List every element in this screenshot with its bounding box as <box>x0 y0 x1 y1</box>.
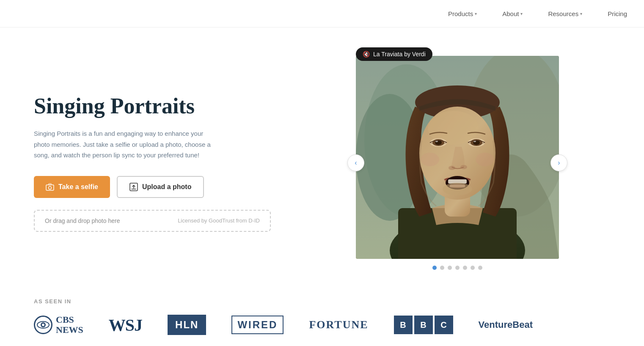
hero-section: Singing Portraits Singing Portraits is a… <box>0 27 644 290</box>
chevron-down-icon: ▾ <box>580 11 582 16</box>
hero-title: Singing Portraits <box>34 94 271 118</box>
hero-left-panel: Singing Portraits Singing Portraits is a… <box>34 94 271 232</box>
carousel-dot-2[interactable] <box>440 266 444 270</box>
svg-point-2 <box>49 186 52 189</box>
drag-drop-text: Or drag and drop photo here <box>45 217 120 224</box>
carousel-dot-6[interactable] <box>471 266 475 270</box>
carousel-dot-5[interactable] <box>463 266 467 270</box>
upload-photo-button[interactable]: Upload a photo <box>117 176 204 198</box>
hero-right-panel: 🔇 La Traviata by Verdi ‹ <box>305 56 610 270</box>
carousel-dot-7[interactable] <box>478 266 482 270</box>
camera-icon <box>46 183 54 191</box>
logo-wired: WIRED <box>231 316 283 334</box>
carousel-dot-3[interactable] <box>448 266 452 270</box>
svg-rect-32 <box>356 56 559 259</box>
cbs-eye-icon <box>34 316 52 334</box>
nav-products[interactable]: Products ▾ <box>448 10 477 17</box>
logo-bbc: B B C <box>394 316 453 334</box>
nav-items: Products ▾ About ▾ Resources ▾ Pricing <box>448 10 627 17</box>
mona-lisa-painting <box>356 56 559 259</box>
as-seen-in-label: AS SEEN IN <box>34 298 610 305</box>
upload-icon <box>129 183 138 191</box>
carousel-image <box>356 56 559 259</box>
nav-about[interactable]: About ▾ <box>502 10 523 17</box>
carousel-dot-1[interactable] <box>432 266 437 270</box>
cbs-text: CBSNEWS <box>56 315 83 335</box>
chevron-down-icon: ▾ <box>520 11 523 16</box>
take-selfie-button[interactable]: Take a selfie <box>34 176 110 198</box>
logo-cbs: CBSNEWS <box>34 315 83 335</box>
carousel-label: 🔇 La Traviata by Verdi <box>356 47 432 61</box>
volume-mute-icon: 🔇 <box>363 51 370 58</box>
logo-wsj: WSJ <box>109 315 142 335</box>
svg-rect-1 <box>49 184 51 185</box>
carousel-dots <box>356 266 559 270</box>
logos-row: CBSNEWS WSJ HLN WIRED FORTUNE B B C Vent… <box>34 315 610 335</box>
drag-drop-area[interactable]: Or drag and drop photo here Licensed by … <box>34 210 271 232</box>
licensed-text: Licensed by GoodTrust from D-ID <box>178 217 260 224</box>
logo-fortune: FORTUNE <box>309 319 368 331</box>
chevron-down-icon: ▾ <box>475 11 477 16</box>
carousel-next-button[interactable]: › <box>550 154 567 171</box>
carousel-container: 🔇 La Traviata by Verdi ‹ <box>356 56 559 270</box>
nav-resources[interactable]: Resources ▾ <box>548 10 582 17</box>
navbar: Products ▾ About ▾ Resources ▾ Pricing <box>0 0 644 27</box>
hero-description: Singing Portraits is a fun and engaging … <box>34 128 212 161</box>
logo-venturebeat: VentureBeat <box>479 319 533 330</box>
carousel-prev-button[interactable]: ‹ <box>347 154 364 171</box>
svg-point-35 <box>42 324 44 326</box>
carousel-dot-4[interactable] <box>455 266 460 270</box>
logo-hln: HLN <box>168 315 206 335</box>
hero-buttons: Take a selfie Upload a photo <box>34 176 271 198</box>
bbc-b1: B <box>394 316 413 334</box>
bbc-b2: B <box>414 316 433 334</box>
nav-pricing[interactable]: Pricing <box>608 10 627 17</box>
bbc-c: C <box>435 316 453 334</box>
as-seen-in-section: AS SEEN IN CBSNEWS WSJ HLN WIRED FORTUNE… <box>0 290 644 346</box>
